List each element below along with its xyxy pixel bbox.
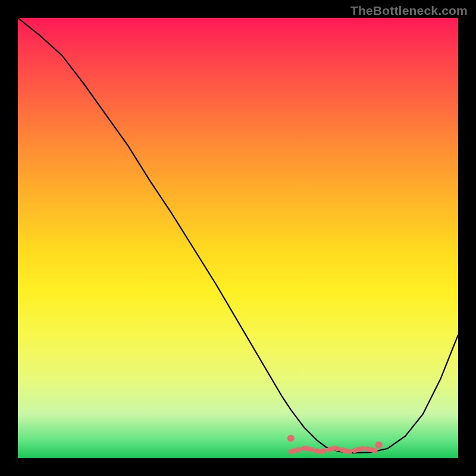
optimal-range-marker [291,448,379,452]
optimal-range-end-dot [375,441,383,449]
chart-overlay [18,18,458,458]
optimal-range-start-dot [287,435,295,442]
chart-area [18,18,458,458]
bottleneck-curve [18,18,458,453]
watermark-label: TheBottleneck.com [350,4,468,18]
